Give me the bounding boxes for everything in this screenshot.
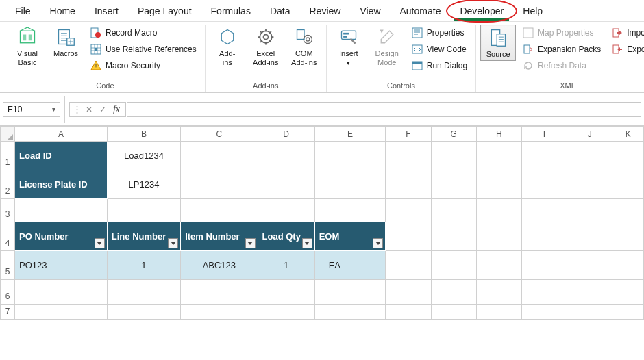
cell-I2[interactable]: [521, 170, 567, 199]
col-header-C[interactable]: C: [181, 127, 258, 142]
col-header-F[interactable]: F: [386, 127, 431, 142]
cell-I5[interactable]: [521, 251, 567, 280]
com-addins-button[interactable]: COM Add-ins: [286, 25, 322, 68]
source-button[interactable]: Source: [480, 25, 516, 61]
addins-button[interactable]: Add- ins: [210, 25, 245, 68]
cell-E3[interactable]: [314, 199, 386, 222]
export-button[interactable]: Export: [608, 41, 644, 57]
col-header-G[interactable]: G: [431, 127, 476, 142]
cell-E5[interactable]: EA: [314, 251, 386, 280]
tab-view[interactable]: View: [350, 1, 390, 21]
cell-A5[interactable]: PO123: [15, 251, 108, 280]
cell-D2[interactable]: [258, 170, 314, 199]
tab-review[interactable]: Review: [300, 1, 351, 21]
cell-C1[interactable]: [181, 142, 258, 170]
cell-F7[interactable]: [386, 305, 431, 320]
view-code-button[interactable]: View Code: [408, 41, 471, 57]
macros-button[interactable]: Macros: [48, 25, 84, 60]
run-dialog-button[interactable]: Run Dialog: [408, 57, 471, 74]
cell-J5[interactable]: [567, 251, 612, 280]
cell-G6[interactable]: [431, 280, 476, 305]
cell-D5[interactable]: 1: [258, 251, 314, 280]
cell-J7[interactable]: [567, 305, 612, 320]
cell-D4[interactable]: Load Qty: [258, 222, 314, 251]
fx-icon[interactable]: fx: [110, 104, 123, 115]
tab-automate[interactable]: Automate: [391, 1, 451, 21]
row-header-4[interactable]: 4: [1, 222, 15, 251]
cell-J1[interactable]: [567, 142, 612, 170]
cell-E7[interactable]: [314, 305, 386, 320]
col-header-J[interactable]: J: [567, 127, 612, 142]
cell-I4[interactable]: [521, 222, 567, 251]
tab-data[interactable]: Data: [260, 1, 300, 21]
cell-K2[interactable]: [612, 170, 644, 199]
cell-C6[interactable]: [181, 280, 258, 305]
tab-help[interactable]: Help: [513, 1, 552, 21]
insert-control-button[interactable]: Insert ▾: [331, 25, 367, 68]
cell-H5[interactable]: [476, 251, 521, 280]
cell-H1[interactable]: [476, 142, 521, 170]
cell-E4[interactable]: EOM: [314, 222, 386, 251]
col-header-B[interactable]: B: [107, 127, 180, 142]
chevron-down-icon[interactable]: ▾: [52, 105, 55, 113]
cell-A6[interactable]: [15, 280, 108, 305]
cell-J3[interactable]: [567, 199, 612, 222]
cell-J4[interactable]: [567, 222, 612, 251]
cell-F2[interactable]: [386, 170, 431, 199]
col-header-H[interactable]: H: [476, 127, 521, 142]
cell-H2[interactable]: [476, 170, 521, 199]
cell-I6[interactable]: [521, 280, 567, 305]
cell-B2[interactable]: LP1234: [107, 170, 180, 199]
cell-F6[interactable]: [386, 280, 431, 305]
cell-B5[interactable]: 1: [107, 251, 180, 280]
macro-security-button[interactable]: ! Macro Security: [86, 57, 201, 74]
row-header-6[interactable]: 6: [1, 280, 15, 305]
expansion-packs-button[interactable]: Expansion Packs: [519, 41, 605, 57]
cell-H6[interactable]: [476, 280, 521, 305]
cell-B4[interactable]: Line Number: [107, 222, 180, 251]
cell-C3[interactable]: [181, 199, 258, 222]
cell-I1[interactable]: [521, 142, 567, 170]
cell-B6[interactable]: [107, 280, 180, 305]
cell-E1[interactable]: [314, 142, 386, 170]
cell-G7[interactable]: [431, 305, 476, 320]
cell-K5[interactable]: [612, 251, 644, 280]
col-header-A[interactable]: A: [15, 127, 108, 142]
cell-I3[interactable]: [521, 199, 567, 222]
cell-J6[interactable]: [567, 280, 612, 305]
visual-basic-button[interactable]: Visual Basic: [10, 25, 45, 68]
cell-C4[interactable]: Item Number: [181, 222, 258, 251]
cell-I7[interactable]: [521, 305, 567, 320]
tab-page-layout[interactable]: Page Layout: [128, 1, 201, 21]
row-header-1[interactable]: 1: [1, 142, 15, 170]
cell-G2[interactable]: [431, 170, 476, 199]
cell-B7[interactable]: [107, 305, 180, 320]
tab-insert[interactable]: Insert: [85, 1, 128, 21]
cell-D6[interactable]: [258, 280, 314, 305]
col-header-E[interactable]: E: [314, 127, 386, 142]
cell-K3[interactable]: [612, 199, 644, 222]
name-box[interactable]: E10 ▾: [3, 102, 60, 117]
properties-button[interactable]: Properties: [408, 25, 471, 41]
tab-developer[interactable]: Developer: [450, 1, 513, 21]
cell-H4[interactable]: [476, 222, 521, 251]
dots-icon[interactable]: ⋮: [73, 104, 82, 114]
cell-F4[interactable]: [386, 222, 431, 251]
cell-C2[interactable]: [181, 170, 258, 199]
row-header-2[interactable]: 2: [1, 170, 15, 199]
cell-G1[interactable]: [431, 142, 476, 170]
cell-B3[interactable]: [107, 199, 180, 222]
cell-D3[interactable]: [258, 199, 314, 222]
cell-H3[interactable]: [476, 199, 521, 222]
cell-A1[interactable]: Load ID: [15, 142, 108, 170]
select-all-button[interactable]: [1, 127, 15, 142]
filter-button[interactable]: [168, 238, 178, 248]
tab-file[interactable]: File: [5, 1, 40, 21]
cell-D1[interactable]: [258, 142, 314, 170]
cell-E6[interactable]: [314, 280, 386, 305]
cell-A2[interactable]: License Plate ID: [15, 170, 108, 199]
filter-button[interactable]: [95, 238, 105, 248]
cell-C7[interactable]: [181, 305, 258, 320]
cell-E2[interactable]: [314, 170, 386, 199]
record-macro-button[interactable]: Record Macro: [86, 25, 201, 41]
